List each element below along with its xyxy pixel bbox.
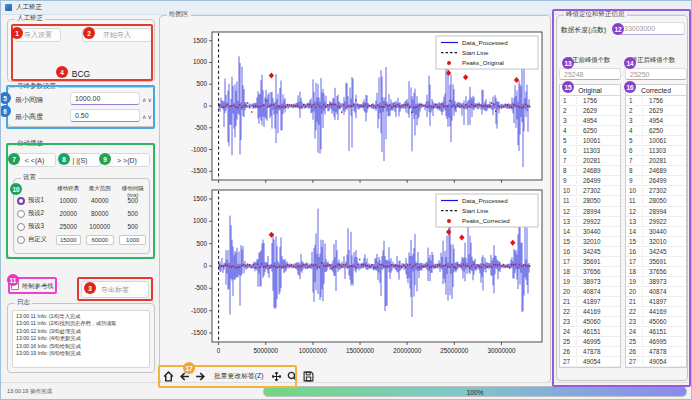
table-row[interactable]: 926499 xyxy=(626,176,686,186)
table-row[interactable]: 22629 xyxy=(626,106,686,116)
table-row[interactable]: 22629 xyxy=(560,106,620,116)
table-row[interactable]: 1228994 xyxy=(626,207,686,217)
table-row[interactable]: 1027302 xyxy=(560,186,620,196)
preset-custom-input[interactable]: 15000 xyxy=(56,235,81,245)
table-row[interactable]: 2647878 xyxy=(560,347,620,357)
table-row[interactable]: 510061 xyxy=(626,136,686,146)
pan-icon[interactable] xyxy=(270,370,283,383)
table-row[interactable]: 824689 xyxy=(560,166,620,176)
table-row[interactable]: 1329922 xyxy=(560,217,620,227)
batch-change-labels-button[interactable]: 批量更改标签(Z) xyxy=(210,369,267,383)
table-row[interactable]: 2345060 xyxy=(626,317,686,327)
table-row[interactable]: 824689 xyxy=(626,166,686,176)
table-row[interactable]: 1938973 xyxy=(560,277,620,287)
table-row[interactable]: 2446151 xyxy=(560,327,620,337)
table-row[interactable]: 2345060 xyxy=(560,317,620,327)
preset-radio[interactable] xyxy=(17,223,25,231)
peak-value: 26499 xyxy=(577,177,601,184)
peak-value: 49054 xyxy=(643,358,667,365)
table-row[interactable]: 2141897 xyxy=(626,297,686,307)
home-icon[interactable] xyxy=(162,370,175,383)
data-length-field[interactable]: 33003000 xyxy=(619,22,685,35)
table-row[interactable]: 2546995 xyxy=(626,337,686,347)
table-row[interactable]: 1532010 xyxy=(560,237,620,247)
table-row[interactable]: 2647878 xyxy=(626,347,686,357)
table-row[interactable]: 2749054 xyxy=(560,357,620,367)
min-height-spin-arrows-icon[interactable]: ∧∨ xyxy=(142,113,153,120)
preset-custom-input[interactable]: 1000 xyxy=(119,235,146,245)
table-row[interactable]: 2040874 xyxy=(560,287,620,297)
min-interval-label: 最小间隔 xyxy=(15,95,43,105)
log-list[interactable]: 13:00:11 Info: (1/6)导入完成13:00:11 Info: (… xyxy=(12,310,150,368)
signal-plots-canvas[interactable]: -1500-1000-500050010001500Data_Processed… xyxy=(182,26,548,366)
table-row[interactable]: 611303 xyxy=(560,146,620,156)
row-index: 19 xyxy=(626,278,643,285)
table-row[interactable]: 1430440 xyxy=(626,227,686,237)
table-row[interactable]: 1837656 xyxy=(560,267,620,277)
peak-value: 6250 xyxy=(577,127,597,134)
min-interval-spin-arrows-icon[interactable]: ∧∨ xyxy=(142,96,153,103)
table-row[interactable]: 1837656 xyxy=(626,267,686,277)
table-row[interactable]: 611303 xyxy=(626,146,686,156)
mode-label: BCG xyxy=(8,69,154,79)
table-row[interactable]: 1128050 xyxy=(560,196,620,206)
table-row[interactable]: 1735691 xyxy=(626,257,686,267)
peak-value: 40874 xyxy=(643,288,667,295)
table-row[interactable]: 11756 xyxy=(560,96,620,106)
table-row[interactable]: 11756 xyxy=(626,96,686,106)
peak-value: 46995 xyxy=(577,338,601,345)
preset-row: 自定义15000600001000 xyxy=(14,233,149,246)
table-row[interactable]: 1128050 xyxy=(626,196,686,206)
table-row[interactable]: 46250 xyxy=(626,126,686,136)
table-row[interactable]: 2244169 xyxy=(560,307,620,317)
table-row[interactable]: 2446151 xyxy=(626,327,686,337)
autoplay-next-button[interactable]: > >(D) xyxy=(104,153,150,167)
peak-value: 46151 xyxy=(577,328,601,335)
table-row[interactable]: 34954 xyxy=(626,116,686,126)
import-settings-button[interactable]: 导入设置 xyxy=(15,28,61,42)
table-row[interactable]: 720281 xyxy=(560,156,620,166)
table-row[interactable]: 1430440 xyxy=(560,227,620,237)
preset-radio[interactable] xyxy=(17,197,25,205)
table-row[interactable]: 46250 xyxy=(560,126,620,136)
peaks-after-field[interactable]: 25250 xyxy=(625,68,687,80)
peak-params-group-label: 寻峰参数设置 xyxy=(15,83,58,90)
table-row[interactable]: 720281 xyxy=(626,156,686,166)
table-row[interactable]: 1228994 xyxy=(560,207,620,217)
forward-arrow-icon[interactable] xyxy=(194,370,207,383)
table-row[interactable]: 2141897 xyxy=(560,297,620,307)
table-row[interactable]: 1634245 xyxy=(626,247,686,257)
peak-value: 20281 xyxy=(577,157,601,164)
min-interval-spinbox[interactable]: 1000.00 xyxy=(70,92,140,105)
table-row[interactable]: 2546995 xyxy=(560,337,620,347)
preset-custom-input[interactable]: 60000 xyxy=(86,235,114,245)
table-row[interactable]: 510061 xyxy=(560,136,620,146)
autoplay-pause-button[interactable]: | |(S) xyxy=(59,153,101,167)
table-row[interactable]: 1735691 xyxy=(560,257,620,267)
table-row[interactable]: 926499 xyxy=(560,176,620,186)
min-height-spinbox[interactable]: 0.50 xyxy=(70,109,140,122)
preset-radio[interactable] xyxy=(17,210,25,218)
table-row[interactable]: 1634245 xyxy=(560,247,620,257)
table-row[interactable]: 1532010 xyxy=(626,237,686,247)
back-arrow-icon[interactable] xyxy=(178,370,191,383)
autoplay-prev-button[interactable]: < <(A) xyxy=(13,153,56,167)
table-row[interactable]: 34954 xyxy=(560,116,620,126)
table-row[interactable]: 1329922 xyxy=(626,217,686,227)
peaks-before-field[interactable]: 25248 xyxy=(559,68,621,80)
table-row[interactable]: 1027302 xyxy=(626,186,686,196)
table-row[interactable]: 1938973 xyxy=(626,277,686,287)
peak-value: 4954 xyxy=(643,117,663,124)
save-icon[interactable] xyxy=(302,370,315,383)
table-row[interactable]: 2749054 xyxy=(626,357,686,367)
zoom-icon[interactable] xyxy=(286,370,299,383)
table-row[interactable]: 2040874 xyxy=(626,287,686,297)
preset-value: 500 xyxy=(117,197,149,204)
export-labels-button[interactable]: 导出标签 xyxy=(81,281,149,298)
log-line: 13:00:11 Info: (2/6)找到历史存档，成功读取 xyxy=(16,320,146,327)
peak-value: 46151 xyxy=(643,328,667,335)
reference-line-checkbox[interactable] xyxy=(11,282,19,290)
start-import-button[interactable]: 开始导入 xyxy=(82,28,152,42)
table-row[interactable]: 2244169 xyxy=(626,307,686,317)
preset-radio[interactable] xyxy=(17,236,25,244)
